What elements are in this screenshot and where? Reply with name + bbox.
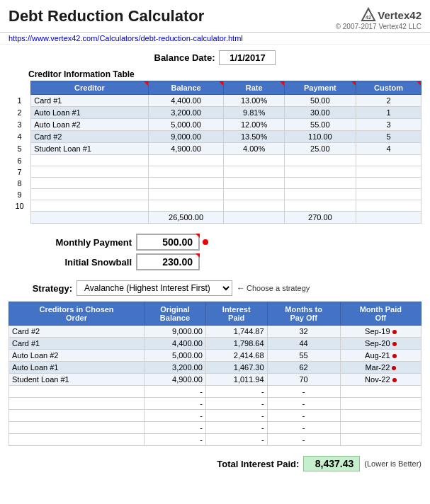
result-creditor-cell: Auto Loan #1 [9, 362, 145, 374]
svg-text:42: 42 [366, 15, 371, 20]
creditor-creditor-cell[interactable] [31, 200, 148, 212]
creditor-custom-cell[interactable] [356, 200, 421, 212]
creditor-rate-cell[interactable]: 4.00% [224, 143, 284, 155]
creditor-creditor-cell[interactable]: Card #2 [31, 131, 148, 143]
creditor-rate-cell[interactable]: 12.00% [224, 119, 284, 131]
creditor-balance-cell[interactable] [148, 155, 224, 166]
creditor-rate-cell[interactable] [224, 155, 284, 166]
total-interest-label: Total Interest Paid: [217, 459, 299, 469]
creditor-rate-cell[interactable] [224, 178, 284, 189]
creditor-custom-cell[interactable]: 2 [356, 95, 421, 107]
creditor-creditor-cell[interactable]: Student Loan #1 [31, 143, 148, 155]
creditor-payment-cell[interactable] [284, 189, 356, 200]
results-col-month-paid: Month PaidOff [340, 302, 421, 326]
creditor-balance-cell[interactable] [148, 200, 224, 212]
creditor-balance-cell[interactable]: 4,900.00 [148, 143, 224, 155]
result-original_balance-cell: - [145, 398, 206, 410]
creditor-payment-cell[interactable]: 25.00 [284, 143, 356, 155]
result-months-cell: 70 [267, 374, 340, 386]
creditor-row-num: 4 [9, 131, 31, 143]
monthly-payment-input[interactable] [136, 234, 200, 251]
result-month_paid-cell [340, 410, 421, 422]
creditor-balance-cell[interactable]: 3,200.00 [148, 107, 224, 119]
creditor-balance-cell[interactable]: 9,000.00 [148, 131, 224, 143]
creditor-custom-cell[interactable] [356, 155, 421, 166]
logo-area: 42 Vertex42 © 2007-2017 Vertex42 LLC [336, 7, 421, 30]
creditor-custom-cell[interactable] [356, 166, 421, 178]
creditor-payment-cell[interactable]: 110.00 [284, 131, 356, 143]
creditor-table-title: Creditor Information Table [9, 69, 421, 79]
totals-rate [224, 212, 284, 224]
creditor-custom-cell[interactable]: 4 [356, 143, 421, 155]
creditor-balance-cell[interactable]: 4,400.00 [148, 95, 224, 107]
creditor-rate-cell[interactable] [224, 200, 284, 212]
result-months-cell: - [267, 434, 340, 446]
balance-date-input[interactable] [219, 50, 276, 65]
totals-balance: 26,500.00 [148, 212, 224, 224]
result-interest_paid-cell: 1,744.87 [205, 326, 267, 338]
creditor-balance-cell[interactable]: 5,000.00 [148, 119, 224, 131]
result-creditor-cell [9, 422, 145, 434]
result-interest_paid-cell: - [205, 386, 267, 398]
creditor-row-num: 1 [9, 95, 31, 107]
creditor-rate-cell[interactable]: 13.50% [224, 131, 284, 143]
monthly-payment-label: Monthly Payment [9, 237, 136, 248]
creditor-balance-cell[interactable] [148, 178, 224, 189]
creditor-custom-cell[interactable] [356, 189, 421, 200]
result-interest_paid-cell: 1,798.64 [205, 338, 267, 350]
creditor-payment-cell[interactable] [284, 166, 356, 178]
result-row-dot [392, 366, 396, 370]
creditor-payment-cell[interactable]: 55.00 [284, 119, 356, 131]
creditor-rate-cell[interactable]: 13.00% [224, 95, 284, 107]
creditor-custom-cell[interactable]: 5 [356, 131, 421, 143]
result-interest_paid-cell: - [205, 422, 267, 434]
initial-snowball-input[interactable] [136, 253, 200, 270]
result-creditor-cell: Card #2 [9, 326, 145, 338]
creditor-payment-cell[interactable] [284, 178, 356, 189]
creditor-rate-cell[interactable] [224, 166, 284, 178]
strategy-hint-text: Choose a strategy [247, 284, 310, 292]
creditor-balance-cell[interactable] [148, 166, 224, 178]
creditor-row-num: 5 [9, 143, 31, 155]
logo-text: Vertex42 [378, 9, 421, 21]
app-title: Debt Reduction Calculator [9, 7, 204, 25]
result-month_paid-cell: Sep-19 [340, 326, 421, 338]
creditor-custom-cell[interactable]: 1 [356, 107, 421, 119]
creditor-payment-cell[interactable]: 50.00 [284, 95, 356, 107]
app-header: Debt Reduction Calculator 42 Vertex42 © … [0, 0, 430, 33]
result-creditor-cell [9, 386, 145, 398]
result-creditor-cell: Student Loan #1 [9, 374, 145, 386]
creditor-custom-cell[interactable] [356, 178, 421, 189]
copyright-text: © 2007-2017 Vertex42 LLC [336, 23, 421, 30]
creditor-creditor-cell[interactable]: Card #1 [31, 95, 148, 107]
payment-col-header: Payment [284, 81, 356, 95]
creditor-payment-cell[interactable] [284, 155, 356, 166]
creditor-creditor-cell[interactable] [31, 155, 148, 166]
creditor-creditor-cell[interactable] [31, 166, 148, 178]
creditor-rate-cell[interactable] [224, 189, 284, 200]
creditor-creditor-cell[interactable] [31, 178, 148, 189]
creditor-creditor-cell[interactable]: Auto Loan #2 [31, 119, 148, 131]
result-creditor-cell [9, 434, 145, 446]
creditor-balance-cell[interactable] [148, 189, 224, 200]
rate-col-header: Rate [224, 81, 284, 95]
strategy-select[interactable]: Avalanche (Highest Interest First) Snowb… [77, 280, 232, 296]
creditor-payment-cell[interactable] [284, 200, 356, 212]
result-row-dot [392, 330, 397, 334]
arrow-left-icon: ← [237, 283, 245, 293]
total-interest-note: (Lower is Better) [364, 459, 421, 468]
results-col-creditor: Creditors in ChosenOrder [9, 302, 145, 326]
result-creditor-cell [9, 410, 145, 422]
result-original_balance-cell: - [145, 386, 206, 398]
creditor-payment-cell[interactable]: 30.00 [284, 107, 356, 119]
creditor-creditor-cell[interactable] [31, 189, 148, 200]
result-original_balance-cell: 9,000.00 [145, 326, 206, 338]
result-month_paid-cell: Sep-20 [340, 338, 421, 350]
creditor-row-num: 6 [9, 155, 31, 166]
monthly-payment-row: Monthly Payment [9, 234, 421, 251]
creditor-row-num: 2 [9, 107, 31, 119]
creditor-rate-cell[interactable]: 9.81% [224, 107, 284, 119]
creditor-custom-cell[interactable]: 3 [356, 119, 421, 131]
result-month_paid-cell [340, 434, 421, 446]
creditor-creditor-cell[interactable]: Auto Loan #1 [31, 107, 148, 119]
